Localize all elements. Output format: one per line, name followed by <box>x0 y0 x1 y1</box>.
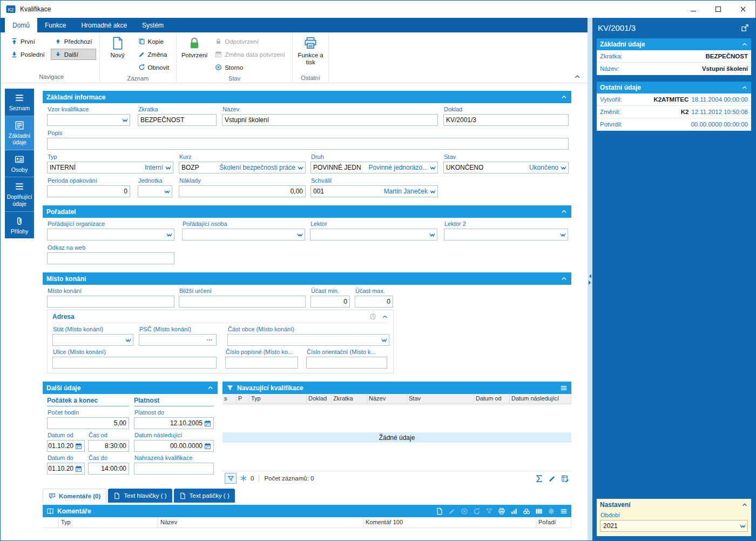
chart-icon[interactable] <box>510 507 518 515</box>
filter-icon[interactable] <box>485 507 493 515</box>
panel-splitter[interactable] <box>588 18 592 540</box>
menu-icon[interactable] <box>560 507 568 515</box>
vzor-kvalifikace-select[interactable] <box>47 114 130 126</box>
column-header[interactable]: Název <box>158 517 363 527</box>
obdobi-select[interactable]: 2021 <box>600 520 748 532</box>
misto-konani-input[interactable] <box>47 296 174 308</box>
tab-text-paticky[interactable]: Text patičky ( ) <box>174 489 235 503</box>
new-document-icon[interactable] <box>436 507 443 515</box>
popis-input[interactable] <box>47 138 569 150</box>
ribbon-collapse-button[interactable] <box>572 73 582 81</box>
tab-komentare[interactable]: Komentáře (0) <box>43 489 106 503</box>
column-header[interactable]: Zkratka <box>332 394 367 404</box>
column-header[interactable]: Pořadí <box>536 517 571 527</box>
sidebar-item-osoby[interactable]: Osoby <box>5 150 34 178</box>
pencil-icon[interactable] <box>548 475 556 483</box>
unconfirm-button[interactable]: Odpotvrzení <box>211 36 289 47</box>
tab-text-hlavicky[interactable]: Text hlavičky ( ) <box>108 489 172 503</box>
functions-print-button[interactable]: Funkce a tisk <box>295 34 326 75</box>
maximize-button[interactable] <box>706 1 731 18</box>
collapse-chevron-icon[interactable] <box>741 502 748 508</box>
binoculars-icon[interactable] <box>523 507 530 515</box>
sidebar-item-doplnujici-udaje[interactable]: Doplňující údaje <box>5 177 34 211</box>
collapse-chevron-icon[interactable] <box>741 84 748 91</box>
collapse-chevron-icon[interactable] <box>561 275 568 282</box>
ribbon-tab-hromadne-akce[interactable]: Hromadné akce <box>73 18 134 32</box>
gear-icon[interactable] <box>548 507 555 515</box>
calendar-icon[interactable] <box>204 443 211 450</box>
nahrazena-kvalifikace-input[interactable] <box>134 463 214 475</box>
lektor2-select[interactable] <box>444 229 568 241</box>
ribbon-tab-funkce[interactable]: Funkce <box>37 18 73 32</box>
menu-icon[interactable] <box>560 384 568 392</box>
collapse-chevron-icon[interactable] <box>207 384 214 391</box>
sum-icon[interactable] <box>535 475 543 483</box>
calendar-icon[interactable] <box>75 443 82 450</box>
nazev-input[interactable] <box>222 114 438 126</box>
next-record-button[interactable]: Další <box>51 49 96 60</box>
column-header[interactable]: P <box>237 394 249 404</box>
kurz-select[interactable]: BOZPŠkolení bezpečnosti práce <box>179 162 306 173</box>
lektor-select[interactable] <box>310 229 437 241</box>
cislo-popisne-input[interactable] <box>225 357 298 369</box>
ribbon-tab-system[interactable]: Systém <box>134 18 171 32</box>
column-header[interactable]: Stav <box>407 394 474 404</box>
druh-select[interactable]: POVINNÉ JEDNPovinné jednorázo... <box>310 162 438 173</box>
stav-select[interactable]: UKONČENOUkončeno <box>443 162 569 173</box>
new-record-button[interactable]: Nový <box>102 34 133 75</box>
first-record-button[interactable]: První <box>7 36 49 47</box>
collapse-chevron-icon[interactable] <box>561 93 568 101</box>
datum-nasledujici-input[interactable]: 00.00.0000 <box>134 440 214 452</box>
cas-do-input[interactable] <box>88 463 129 475</box>
column-header[interactable]: s <box>222 394 237 404</box>
sidebar-item-zakladni-udaje[interactable]: Základní údaje <box>5 116 34 150</box>
ucast-max-input[interactable] <box>355 296 393 308</box>
naklady-input[interactable] <box>179 185 306 197</box>
poradajici-organizace-select[interactable] <box>47 229 174 241</box>
psc-input[interactable] <box>139 334 217 346</box>
edit-record-button[interactable]: Změna <box>134 49 173 60</box>
navazujici-table-body[interactable]: Žádné údaje <box>222 404 571 471</box>
column-header[interactable]: Typ <box>249 394 307 404</box>
cislo-orientacni-input[interactable] <box>306 357 387 369</box>
column-header[interactable]: Doklad <box>307 394 332 404</box>
sidebar-item-seznam[interactable]: Seznam <box>5 89 34 116</box>
calendar-icon[interactable] <box>204 420 211 427</box>
ellipsis-button[interactable] <box>205 336 214 344</box>
ribbon-tab-domu[interactable]: Domů <box>5 18 37 32</box>
collapse-chevron-icon[interactable] <box>382 313 388 320</box>
cas-od-input[interactable] <box>88 440 129 452</box>
cast-obce-select[interactable] <box>227 334 389 346</box>
printer-icon[interactable] <box>498 507 505 515</box>
previous-record-button[interactable]: Předchozí <box>51 36 96 47</box>
perioda-input[interactable] <box>47 185 130 197</box>
snowflake-icon[interactable] <box>240 475 247 482</box>
popout-icon[interactable] <box>741 24 749 32</box>
grid-edit-icon[interactable] <box>561 475 569 483</box>
last-record-button[interactable]: Poslední <box>7 49 49 60</box>
typ-select[interactable]: INTERNÍInterní <box>47 162 173 173</box>
zkratka-input[interactable] <box>138 114 217 126</box>
doklad-input[interactable] <box>443 114 569 126</box>
collapse-chevron-icon[interactable] <box>561 208 568 215</box>
refresh-icon[interactable] <box>473 507 481 515</box>
pencil-icon[interactable] <box>448 507 456 515</box>
close-button[interactable] <box>731 1 755 18</box>
minimize-button[interactable] <box>681 1 706 18</box>
datum-do-input[interactable]: 01.10.20 <box>47 463 85 475</box>
column-header[interactable]: Název <box>367 394 407 404</box>
calendar-icon[interactable] <box>75 465 82 472</box>
column-header[interactable]: Datum od <box>474 394 510 404</box>
datum-od-input[interactable]: 01.10.20 <box>47 440 85 452</box>
change-confirm-date-button[interactable]: Změna data potvrzení <box>211 49 289 60</box>
odkaz-na-web-input[interactable] <box>47 252 174 264</box>
pocet-hodin-input[interactable] <box>47 417 129 429</box>
poradajici-osoba-select[interactable] <box>182 229 305 241</box>
schvalil-select[interactable]: 001Martin Janeček <box>310 185 438 197</box>
collapse-chevron-icon[interactable] <box>741 41 748 48</box>
stat-select[interactable] <box>52 334 133 346</box>
jednotka-select[interactable] <box>138 185 172 197</box>
blizsi-urceni-input[interactable] <box>179 296 306 308</box>
refresh-record-button[interactable]: Obnovit <box>134 62 173 73</box>
ulice-input[interactable] <box>52 357 217 369</box>
